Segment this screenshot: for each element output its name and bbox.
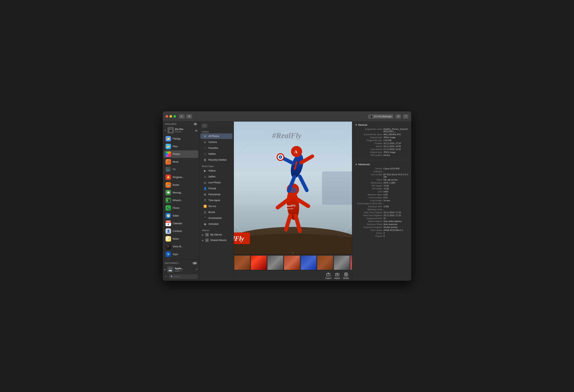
sidebar-bottom: DISCONNECT... 19 ▶ 💻 Apple... Apple T...… — [163, 259, 199, 281]
disconnected-device-subtitle: Apple T... — [175, 270, 194, 272]
add-device-button[interactable]: + — [164, 275, 168, 278]
exposure-mode-val: Auto exposure — [383, 223, 397, 225]
thumbnail-4[interactable] — [284, 255, 300, 270]
svg-text:⌄: ⌄ — [291, 250, 294, 254]
sidebar-item-music[interactable]: 🎵 Music — [164, 158, 198, 166]
voicememo-label: Voice M... — [173, 245, 183, 248]
maximize-button[interactable] — [173, 115, 176, 118]
photo-viewer: #RealFly RealFly — [234, 122, 352, 255]
panoramas-label: Panoramas — [208, 193, 220, 196]
delete-label: Delete — [343, 277, 349, 279]
nav-item-hidden[interactable]: ◌ Hidden — [201, 151, 232, 157]
device-eject-button[interactable]: ⏏ — [195, 129, 198, 132]
nav-item-selfies[interactable]: ☺ Selfies — [201, 174, 232, 179]
sidebar-item-books[interactable]: 📚 Books — [164, 181, 198, 189]
disconnected-device-row[interactable]: ▶ 💻 Apple... Apple T... ↺ — [163, 265, 199, 274]
nav-item-videos[interactable]: ▶ Videos — [201, 168, 232, 174]
thumbnail-6[interactable] — [317, 255, 333, 270]
sidebar-item-messages[interactable]: 💬 Messag... — [164, 189, 198, 196]
sidebar-item-apps[interactable]: ⚙ Apps — [164, 251, 198, 258]
exposure-time-key: Exposure time: — [355, 205, 383, 208]
nav-item-slomo[interactable]: ⏬ Slo-mo — [201, 203, 232, 209]
sidebar-item-phone[interactable]: 📞 Phone — [164, 204, 198, 212]
nav-item-animated[interactable]: ◉ Animated — [201, 221, 232, 227]
my-albums-label: My Albums — [210, 233, 222, 236]
thumbnail-1[interactable] — [234, 255, 250, 270]
available-section-header: AVAILABLE 1 — [163, 122, 199, 126]
sidebar-item-whatsapp[interactable]: 📲 WhatsA... — [164, 196, 198, 204]
sidebar-item-notes[interactable]: 📝 Notes — [164, 235, 198, 243]
focal-length-35mm-val: - — [383, 202, 384, 205]
photos-label: Photos — [173, 153, 180, 156]
sidebar-item-voicememo[interactable]: 🎙 Voice M... — [164, 243, 198, 250]
info-row-original-type-1: Original type: JPEG image — [355, 136, 409, 139]
nav-item-all-photos[interactable]: ⊟ All Photos — [201, 134, 232, 139]
photo-display: #RealFly RealFly — [234, 122, 352, 255]
nav-item-shared-albums[interactable]: ▶ ⊟ Shared Albums — [199, 237, 234, 243]
my-albums-expand-icon: ▶ — [202, 234, 204, 236]
sidebar-item-tv[interactable]: 📺 TV — [164, 166, 198, 173]
search-input-container[interactable]: 🔍 Search — [169, 274, 198, 278]
nav-item-portrait[interactable]: 👤 Portrait — [201, 186, 232, 191]
thumbnail-8[interactable] — [350, 255, 352, 270]
nav-item-bursts[interactable]: ⊡ Bursts — [201, 209, 232, 215]
device-selector[interactable]: 📱 G's Pro Backups — [368, 114, 393, 119]
disconnected-badge: 19 — [192, 262, 197, 264]
sidebar-item-contacts[interactable]: 👤 Contacts — [164, 227, 198, 235]
nav-item-my-albums[interactable]: ▶ ⊟ My Albums — [199, 232, 234, 237]
thumbnail-3[interactable] — [267, 255, 283, 270]
info-row-dpi-width: DPI Width: 72.00 — [355, 187, 409, 190]
import-action[interactable]: Import — [334, 272, 340, 279]
close-button[interactable] — [165, 115, 168, 118]
nav-item-panoramas[interactable]: ⊞ Panoramas — [201, 192, 232, 197]
nav-item-timelapse[interactable]: ⏱ Time-lapse — [201, 197, 232, 203]
played-key: Played: — [355, 235, 383, 237]
delete-action[interactable]: Delete — [343, 272, 349, 279]
advanced-title-text: Advanced: — [358, 163, 370, 166]
nav-item-camera[interactable]: ⊙ Camera — [201, 139, 232, 145]
thumbnail-7[interactable] — [334, 255, 350, 270]
sidebar-item-files[interactable]: 📂 Files — [164, 143, 198, 150]
search-placeholder: Search — [174, 275, 181, 278]
advanced-info-section: ▼ Advanced: Device: Canon EOS 80D Softwa… — [352, 161, 411, 239]
help-button[interactable]: ? — [403, 114, 409, 119]
nav-item-screenshots[interactable]: 📱 Screenshots — [201, 215, 232, 221]
views-val: 3 — [383, 232, 385, 234]
sidebar-item-fileapp[interactable]: 📁 FileApp — [164, 135, 198, 142]
sidebar-item-safari[interactable]: 🧭 Safari — [164, 212, 198, 219]
aperture-key: Aperture Value: — [355, 194, 383, 196]
focal-length-35mm-key: Focal length in 35mm film: — [355, 202, 383, 205]
live-photos-icon: ◎ — [203, 181, 207, 184]
back-button[interactable]: ‹ — [202, 124, 207, 128]
screenshots-label: Screenshots — [208, 217, 222, 219]
notes-icon: 📝 — [165, 236, 171, 242]
sidebar-item-calendar[interactable]: SUN 4 Calendar — [164, 220, 198, 227]
sidebar-item-ringtones[interactable]: 🔔 Ringtone... — [164, 174, 198, 181]
app-list: 📁 FileApp 📂 Files Photos 🎵 Music — [163, 135, 199, 259]
export-icon — [326, 272, 331, 276]
preview-button[interactable]: 👁 — [186, 114, 192, 119]
nav-item-favorites[interactable]: ♡ Favorites — [201, 145, 232, 151]
traffic-lights — [165, 115, 176, 118]
thumbnail-2[interactable] — [251, 255, 267, 270]
hidden-label: Hidden — [208, 153, 216, 155]
main-content: #RealFly RealFly — [234, 122, 352, 281]
eye-icon: 👁 — [188, 115, 190, 118]
thumbnail-5[interactable] — [301, 255, 316, 270]
refresh-button[interactable]: ↻ — [179, 114, 185, 119]
nav-item-live-photos[interactable]: ◎ Live Photos — [201, 180, 232, 185]
sidebar-item-photos[interactable]: Photos — [164, 150, 198, 158]
files-icon: 📂 — [165, 144, 171, 149]
info-row-played: Played: 0 — [355, 235, 409, 237]
info-row-metering-mode: Metering mode: - — [355, 208, 409, 211]
info-row-exposure-time: Exposure time: 1/200 — [355, 205, 409, 208]
general-section-title: ▼ General: — [355, 124, 409, 126]
live-photos-label: Live Photos — [208, 181, 221, 184]
subsecond-val: 31 — [383, 217, 386, 219]
minimize-button[interactable] — [169, 115, 172, 118]
search-icon: 🔍 — [171, 275, 173, 278]
export-action[interactable]: Export — [326, 272, 331, 279]
sync-button[interactable]: ⇄ — [395, 114, 401, 119]
nav-item-recently-deleted[interactable]: 🗑 Recently Deleted — [201, 157, 232, 163]
nav-back-area: ‹ — [199, 122, 234, 130]
